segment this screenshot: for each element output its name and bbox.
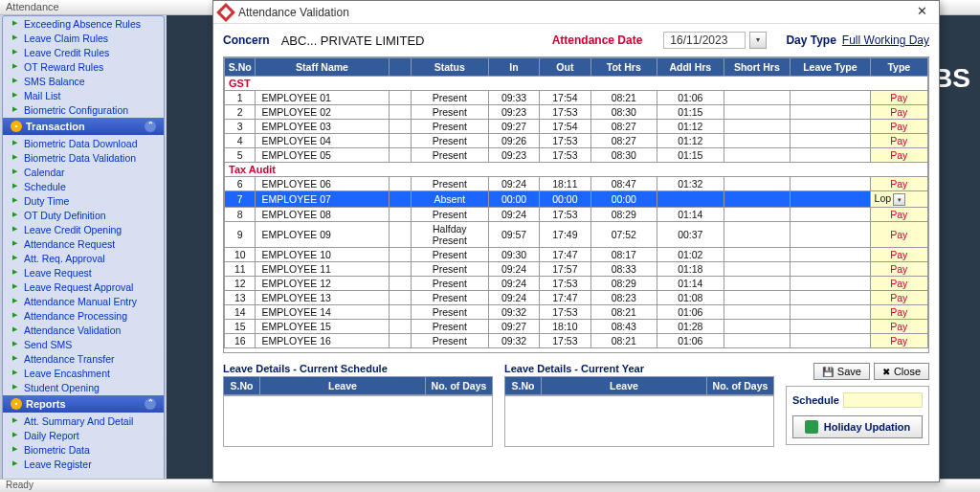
column-header[interactable]: Type <box>870 58 927 77</box>
close-icon[interactable]: ✕ <box>910 4 933 21</box>
sidebar-item[interactable]: Leave Credit Rules <box>3 45 164 59</box>
column-header[interactable]: Tot Hrs <box>590 58 657 77</box>
sidebar-item[interactable]: Leave Register <box>3 457 164 471</box>
sidebar-item[interactable]: Schedule <box>3 179 164 193</box>
table-row[interactable]: 9EMPLOYEE 09Halfday Present09:5717:4907:… <box>225 221 928 247</box>
sidebar-item[interactable]: Duty Time <box>3 193 164 208</box>
cell: EMPLOYEE 06 <box>256 177 389 191</box>
type-cell[interactable]: Pay <box>870 290 927 304</box>
cell: EMPLOYEE 02 <box>256 105 389 120</box>
type-cell[interactable]: Pay <box>870 221 927 247</box>
column-header[interactable]: Out <box>540 58 590 77</box>
sidebar-item[interactable]: SMS Balance <box>3 74 164 88</box>
attendance-date-field[interactable]: 16/11/2023 <box>663 32 746 49</box>
day-type-value[interactable]: Full Working Day <box>842 34 929 47</box>
sidebar-item[interactable]: Biometric Data Download <box>3 136 164 150</box>
sidebar-item[interactable]: OT Reward Rules <box>3 59 164 74</box>
close-button[interactable]: ✖Close <box>874 363 929 380</box>
date-dropdown-icon[interactable]: ▾ <box>749 32 767 49</box>
schedule-field[interactable] <box>843 392 923 408</box>
collapse-icon[interactable]: ⌃ <box>145 398 156 410</box>
table-row[interactable]: 1EMPLOYEE 01Present09:3317:5408:2101:06P… <box>225 91 928 105</box>
attendance-validation-dialog: Attendance Validation ✕ Concern ABC... P… <box>212 0 940 482</box>
column-header[interactable]: Staff Name <box>256 58 389 77</box>
column-header[interactable]: Status <box>411 58 488 77</box>
table-row[interactable]: 12EMPLOYEE 12Present09:2417:5308:2901:14… <box>225 276 928 290</box>
sidebar-item[interactable]: Att. Summary And Detail <box>3 414 164 428</box>
sidebar-item[interactable]: Attendance Validation <box>3 323 164 337</box>
sidebar-item[interactable]: Leave Credit Opening <box>3 222 164 236</box>
type-cell[interactable]: Pay <box>870 333 927 347</box>
sidebar-item[interactable]: Leave Request <box>3 265 164 280</box>
save-button[interactable]: 💾Save <box>813 363 870 380</box>
column-header[interactable] <box>389 58 411 77</box>
table-row[interactable]: 2EMPLOYEE 02Present09:2317:5308:3001:15P… <box>225 105 928 120</box>
table-row[interactable]: 10EMPLOYEE 10Present09:3017:4708:1701:02… <box>225 247 928 261</box>
sidebar-group-header[interactable]: •Reports⌃ <box>3 395 164 413</box>
cell: 08:21 <box>590 304 657 319</box>
cell <box>389 134 411 148</box>
sidebar-item[interactable]: Biometric Configuration <box>3 102 164 117</box>
table-row[interactable]: 13EMPLOYEE 13Present09:2417:4708:2301:08… <box>225 290 928 304</box>
column-header[interactable]: Short Hrs <box>724 58 791 77</box>
column-header[interactable]: Leave Type <box>791 58 870 77</box>
cell: 08:23 <box>590 290 657 304</box>
sidebar-item[interactable]: Student Opening <box>3 380 164 394</box>
cell: Present <box>411 134 488 148</box>
collapse-icon[interactable]: ⌃ <box>145 121 156 132</box>
sidebar-item[interactable]: Mail List <box>3 88 164 102</box>
type-cell[interactable]: Pay <box>870 304 927 319</box>
cell: 00:37 <box>657 221 724 247</box>
type-cell[interactable]: Pay <box>870 134 927 148</box>
sidebar-item[interactable]: Leave Encashment <box>3 366 164 380</box>
sidebar-item[interactable]: Biometric Data <box>3 442 164 457</box>
type-cell[interactable]: Lop▾ <box>870 191 927 208</box>
sidebar-item[interactable]: Daily Report <box>3 428 164 442</box>
table-row[interactable]: 3EMPLOYEE 03Present09:2717:5408:2701:12P… <box>225 120 928 134</box>
table-row[interactable]: 6EMPLOYEE 06Present09:2418:1108:4701:32P… <box>225 177 928 191</box>
type-cell[interactable]: Pay <box>870 120 927 134</box>
sidebar-item[interactable]: Calendar <box>3 165 164 179</box>
table-row[interactable]: 5EMPLOYEE 05Present09:2317:5308:3001:15P… <box>225 148 928 163</box>
dropdown-icon[interactable]: ▾ <box>893 193 905 206</box>
sidebar-item[interactable]: Attendance Manual Entry <box>3 294 164 308</box>
cell: 6 <box>225 177 256 191</box>
sidebar-group-header[interactable]: •Transaction⌃ <box>3 118 164 135</box>
table-row[interactable]: 11EMPLOYEE 11Present09:2417:5708:3301:18… <box>225 261 928 276</box>
type-cell[interactable]: Pay <box>870 105 927 120</box>
column-header[interactable]: In <box>488 58 539 77</box>
table-row[interactable]: 14EMPLOYEE 14Present09:3217:5308:2101:06… <box>225 304 928 319</box>
cell <box>389 91 411 105</box>
type-cell[interactable]: Pay <box>870 261 927 276</box>
column-header[interactable]: S.No <box>225 58 256 77</box>
sidebar-item[interactable]: Attendance Processing <box>3 308 164 323</box>
type-cell[interactable]: Pay <box>870 276 927 290</box>
cell: Present <box>411 105 488 120</box>
sidebar-item[interactable]: Biometric Data Validation <box>3 150 164 165</box>
table-row[interactable]: 16EMPLOYEE 16Present09:3217:5308:2101:06… <box>225 333 928 347</box>
column-header[interactable]: Addl Hrs <box>657 58 724 77</box>
sidebar-item[interactable]: Attendance Request <box>3 236 164 251</box>
type-cell[interactable]: Pay <box>870 247 927 261</box>
cell: 2 <box>225 105 256 120</box>
sidebar-item[interactable]: Attendance Transfer <box>3 351 164 366</box>
table-row[interactable]: 7EMPLOYEE 07Absent00:0000:0000:00Lop▾ <box>225 191 928 208</box>
cell: 09:24 <box>488 290 539 304</box>
table-row[interactable]: 4EMPLOYEE 04Present09:2617:5308:2701:12P… <box>225 134 928 148</box>
table-row[interactable]: 15EMPLOYEE 15Present09:2718:1008:4301:28… <box>225 319 928 333</box>
type-cell[interactable]: Pay <box>870 177 927 191</box>
sidebar-item[interactable]: Att. Req. Approval <box>3 251 164 265</box>
sidebar-item[interactable]: Exceeding Absence Rules <box>3 16 164 31</box>
sidebar-item[interactable]: Leave Claim Rules <box>3 31 164 45</box>
table-row[interactable]: 8EMPLOYEE 08Present09:2417:5308:2901:14P… <box>225 207 928 221</box>
concern-label: Concern <box>223 34 270 47</box>
sidebar-item[interactable]: Send SMS <box>3 337 164 351</box>
attendance-grid[interactable]: S.NoStaff NameStatusInOutTot HrsAddl Hrs… <box>223 56 929 353</box>
holiday-updation-button[interactable]: Holiday Updation <box>792 415 923 438</box>
sidebar-item[interactable]: OT Duty Definition <box>3 208 164 222</box>
type-cell[interactable]: Pay <box>870 91 927 105</box>
sidebar-item[interactable]: Leave Request Approval <box>3 280 164 294</box>
type-cell[interactable]: Pay <box>870 319 927 333</box>
type-cell[interactable]: Pay <box>870 148 927 163</box>
type-cell[interactable]: Pay <box>870 207 927 221</box>
